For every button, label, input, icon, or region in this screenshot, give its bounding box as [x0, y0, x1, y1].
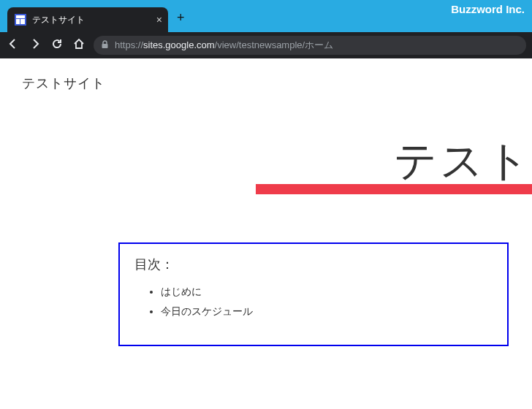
svg-rect-2: [20, 19, 25, 24]
toc-heading: 目次：: [134, 256, 493, 273]
svg-rect-1: [16, 19, 20, 24]
toc-list: はじめに 今日のスケジュール: [134, 282, 493, 321]
browser-toolbar: https://sites.google.com/view/testnewsam…: [0, 32, 532, 58]
list-item[interactable]: 今日のスケジュール: [161, 302, 493, 321]
page-content: テストサイト テスト 目次： はじめに 今日のスケジュール: [0, 58, 532, 409]
browser-tab-active[interactable]: テストサイト ×: [7, 7, 168, 32]
window-title-bar: テストサイト × + Buzzword Inc.: [0, 0, 532, 32]
brand-label: Buzzword Inc.: [451, 3, 525, 15]
tab-favicon: [15, 14, 26, 26]
address-bar[interactable]: https://sites.google.com/view/testnewsam…: [94, 36, 526, 55]
url-path: /view/testnewsample/ホーム: [215, 39, 334, 50]
close-icon[interactable]: ×: [156, 14, 162, 26]
toc-box: 目次： はじめに 今日のスケジュール: [118, 242, 509, 346]
hero-underline: [256, 184, 532, 194]
new-tab-button[interactable]: +: [177, 10, 185, 26]
svg-rect-0: [16, 15, 25, 18]
url-scheme: https://: [115, 39, 143, 50]
lock-icon: [101, 40, 109, 51]
list-item[interactable]: はじめに: [161, 282, 493, 302]
url-host: sites.google.com: [143, 39, 215, 50]
page-title: テスト: [394, 133, 532, 190]
svg-rect-3: [102, 44, 108, 48]
site-name: テストサイト: [22, 74, 105, 92]
forward-icon[interactable]: [28, 38, 42, 53]
back-icon[interactable]: [6, 38, 20, 53]
url-text: https://sites.google.com/view/testnewsam…: [115, 39, 333, 52]
reload-icon[interactable]: [50, 38, 64, 53]
tab-title: テストサイト: [32, 14, 85, 26]
home-icon[interactable]: [72, 38, 86, 53]
